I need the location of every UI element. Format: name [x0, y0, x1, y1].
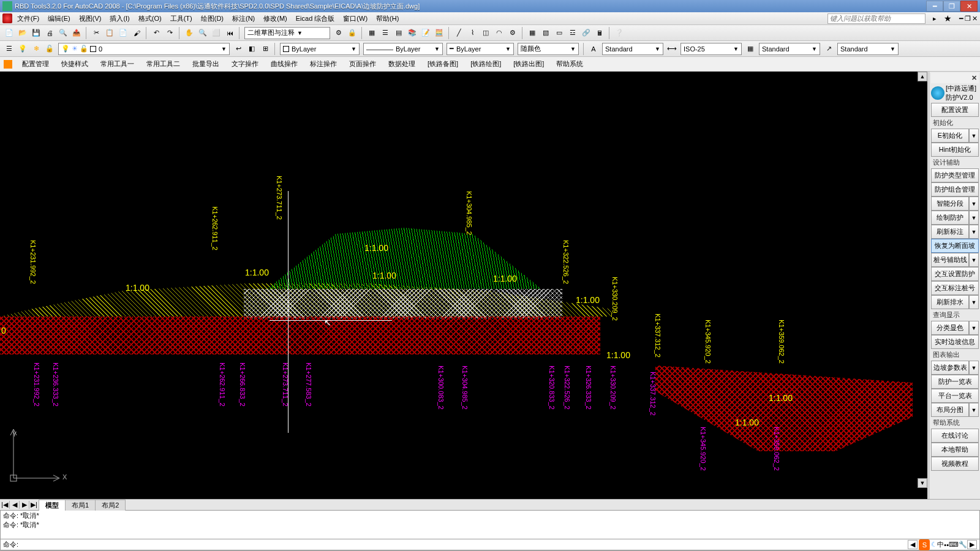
line-icon[interactable]: ╱	[452, 26, 466, 40]
layer-prev-icon[interactable]: ↩	[232, 42, 245, 56]
cmd-scroll-left-icon[interactable]: ◀	[908, 540, 918, 549]
chevron-down-icon[interactable]: ▼	[969, 361, 979, 375]
palette-button[interactable]: 交互标注桩号	[931, 281, 979, 295]
color-control[interactable]: ByLayer ▼	[280, 43, 360, 55]
command-input[interactable]	[21, 541, 908, 549]
open-icon[interactable]: 📂	[16, 26, 29, 40]
palette-button[interactable]: 配置设置	[931, 103, 979, 117]
menu-tools[interactable]: 工具(T)	[167, 13, 196, 24]
palette-button[interactable]: 平台一览表	[931, 389, 979, 403]
menu-modify[interactable]: 修改(M)	[260, 13, 291, 24]
palette-button[interactable]: 防护类型管理	[931, 168, 979, 182]
tab-style[interactable]: 快捷样式	[59, 58, 91, 70]
workspace-combo[interactable]: 二维草图与注释▼	[244, 27, 330, 39]
tab-rail-out[interactable]: [铁路出图]	[511, 58, 546, 70]
markup-icon[interactable]: 📝	[419, 26, 432, 40]
palette-button[interactable]: 恢复为断面坡	[931, 239, 979, 253]
palette-button[interactable]: 刷新排水	[931, 295, 969, 309]
tab-rail-draw[interactable]: [铁路绘图]	[468, 58, 503, 70]
layer-lock-icon[interactable]: 🔓	[43, 42, 56, 56]
textstyle-combo[interactable]: Standard▼	[602, 43, 663, 55]
pan-icon[interactable]: ✋	[183, 26, 196, 40]
chevron-down-icon[interactable]: ▼	[969, 129, 979, 143]
ime-punct-icon[interactable]: ••	[944, 541, 949, 549]
dimstyle-combo[interactable]: ISO-25▼	[680, 43, 742, 55]
sheet-set-icon[interactable]: 📚	[405, 26, 419, 40]
menu-help[interactable]: 帮助(H)	[372, 13, 402, 24]
ime-icon[interactable]: S	[919, 539, 930, 550]
layout-icon[interactable]: ▧	[539, 26, 552, 40]
palette-button[interactable]: 分类显色	[931, 321, 969, 335]
palette-button[interactable]: 边坡参数表	[931, 361, 969, 375]
mleader-combo[interactable]: Standard▼	[837, 43, 899, 55]
palette-button[interactable]: 布局分图	[931, 403, 969, 417]
chevron-down-icon[interactable]: ▼	[969, 253, 979, 267]
tab-data[interactable]: 数据处理	[386, 58, 418, 70]
calc-icon[interactable]: 🖩	[593, 26, 606, 40]
redo-icon[interactable]: ↷	[163, 26, 176, 40]
drawing-canvas[interactable]: 0 K1+231.992_2K1+262.911_2K1+273.711_2K1…	[0, 72, 930, 499]
undo-icon[interactable]: ↶	[149, 26, 163, 40]
quickcalc-icon[interactable]: 🧮	[432, 26, 446, 40]
zoom-window-icon[interactable]: ⬜	[209, 26, 223, 40]
palette-button[interactable]: 绘制防护	[931, 211, 969, 225]
minimize-button[interactable]: ━	[926, 1, 943, 12]
menu-view[interactable]: 视图(V)	[75, 13, 105, 24]
paste-icon[interactable]: 📄	[116, 26, 130, 40]
viewport-icon[interactable]: ▭	[552, 26, 566, 40]
mleader-style-icon[interactable]: ↗	[822, 42, 835, 56]
tab-config[interactable]: 配置管理	[20, 58, 51, 70]
table-style-icon[interactable]: ▦	[744, 42, 757, 56]
maximize-button[interactable]: ❐	[943, 1, 960, 12]
palette-close-icon[interactable]: ✕	[931, 73, 979, 83]
save-icon[interactable]: 💾	[29, 26, 43, 40]
block-icon[interactable]: ◫	[479, 26, 492, 40]
palette-button[interactable]: 智能分段	[931, 197, 969, 211]
layer-manager-icon[interactable]: ☰	[2, 42, 16, 56]
palette-button[interactable]: Hint初始化	[931, 143, 979, 157]
xref-icon[interactable]: 🔗	[579, 26, 593, 40]
chevron-down-icon[interactable]: ▼	[969, 321, 979, 335]
palette-button[interactable]: 交互设置防护	[931, 267, 979, 281]
palette-button[interactable]: 实时边坡信息	[931, 335, 979, 349]
table-icon[interactable]: ▦	[526, 26, 539, 40]
menu-eicad[interactable]: Eicad 综合版	[292, 13, 339, 24]
tablestyle-combo[interactable]: Standard▼	[759, 43, 820, 55]
tab-common1[interactable]: 常用工具一	[98, 58, 137, 70]
tab-page[interactable]: 页面操作	[347, 58, 379, 70]
palette-button[interactable]: 本地帮助	[931, 443, 979, 457]
zoom-prev-icon[interactable]: ⏮	[223, 26, 236, 40]
lineweight-control[interactable]: ━ByLayer▼	[447, 43, 514, 55]
menu-file[interactable]: 文件(F)	[13, 13, 43, 24]
tab-layout2[interactable]: 布局2	[95, 500, 126, 511]
help-arrow-icon[interactable]: ▸	[933, 15, 937, 23]
close-button[interactable]: ✕	[960, 1, 978, 12]
command-history[interactable]: 命令: *取消* 命令: *取消*	[0, 510, 980, 539]
chevron-down-icon[interactable]: ▼	[969, 197, 979, 211]
tab-dim[interactable]: 标注操作	[307, 58, 339, 70]
preview-icon[interactable]: 🔍	[56, 26, 70, 40]
scroll-up-icon[interactable]: ▲	[918, 72, 927, 81]
cmd-scroll-right-icon[interactable]: ▶	[967, 540, 977, 549]
new-icon[interactable]: 📄	[2, 26, 16, 40]
help-search-input[interactable]	[827, 13, 925, 24]
tab-layout1[interactable]: 布局1	[65, 500, 96, 511]
tool-palettes-icon[interactable]: ▦	[365, 26, 379, 40]
mdi-min-icon[interactable]: ━	[959, 15, 963, 23]
menu-dimension[interactable]: 标注(N)	[228, 13, 258, 24]
mdi-close-icon[interactable]: ✕	[972, 15, 978, 23]
palette-button[interactable]: 在线讨论	[931, 429, 979, 443]
chevron-down-icon[interactable]: ▼	[969, 211, 979, 225]
palette-button[interactable]: 视频教程	[931, 457, 979, 471]
copy-icon[interactable]: 📋	[103, 26, 116, 40]
chevron-down-icon[interactable]: ▼	[969, 295, 979, 309]
tab-nav-last[interactable]: ▶|	[29, 501, 39, 509]
dim-style-icon[interactable]: ⟷	[665, 42, 679, 56]
plotstyle-control[interactable]: 随颜色▼	[518, 43, 579, 55]
tab-batch[interactable]: 批量导出	[190, 58, 222, 70]
ime-lang-icon[interactable]: 中	[937, 540, 944, 549]
ime-moon-icon[interactable]: ☾	[931, 541, 937, 549]
layer-freeze-icon[interactable]: ❄	[29, 42, 43, 56]
properties-icon[interactable]: ☰	[379, 26, 392, 40]
tab-nav-first[interactable]: |◀	[0, 501, 10, 509]
